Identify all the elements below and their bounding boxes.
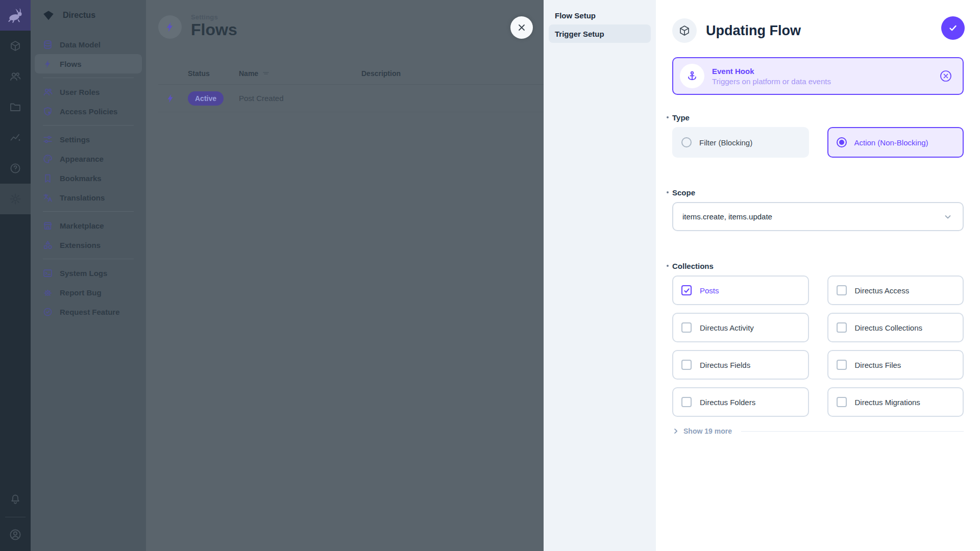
name-column-header[interactable]: Name: [239, 69, 361, 78]
show-more-button[interactable]: Show 19 more: [672, 427, 964, 435]
nav-item-bookmarks[interactable]: Bookmarks: [35, 168, 142, 188]
type-label-text: Type: [672, 113, 690, 122]
collections-label-text: Collections: [672, 262, 714, 270]
account-button[interactable]: [0, 519, 31, 550]
flow-name: Post Created: [239, 94, 284, 103]
status-column-header[interactable]: Status: [188, 69, 239, 78]
module-help-button[interactable]: [0, 153, 31, 184]
nav-item-label: Translations: [60, 193, 105, 202]
checkbox-directus-collections[interactable]: Directus Collections: [827, 313, 964, 342]
flows-table: Status Name Description Active Post Cre: [158, 62, 544, 112]
module-users-button[interactable]: [0, 61, 31, 92]
nav-item-label: System Logs: [60, 269, 107, 278]
module-content-button[interactable]: [0, 31, 31, 61]
checkbox-label: Directus Access: [855, 286, 910, 295]
drawer-header-icon-circle: [672, 18, 697, 43]
directus-rabbit-logo-icon: [7, 8, 24, 23]
app-screen: Directus Data Model Flows: [0, 0, 980, 551]
checkbox-directus-fields[interactable]: Directus Fields: [672, 350, 809, 380]
sort-icon[interactable]: [262, 70, 270, 77]
notifications-button[interactable]: [0, 484, 31, 515]
chevron-down-icon: [942, 211, 953, 222]
description-column-header[interactable]: Description: [361, 69, 544, 78]
scope-value: items.create, items.update: [682, 212, 772, 221]
nav-item-request-feature[interactable]: Request Feature: [35, 302, 142, 321]
checkbox-directus-files[interactable]: Directus Files: [827, 350, 964, 380]
checkbox-label: Directus Fields: [700, 361, 750, 369]
drawer-nav: Flow Setup Trigger Setup: [544, 0, 656, 551]
nav-item-appearance[interactable]: Appearance: [35, 149, 142, 168]
checkbox-directus-migrations[interactable]: Directus Migrations: [827, 387, 964, 417]
directus-logo-tile[interactable]: [0, 0, 31, 31]
type-label: Type: [672, 113, 964, 122]
nav-divider: [43, 211, 134, 212]
project-header[interactable]: Directus: [31, 0, 146, 31]
insights-chart-icon: [9, 132, 21, 144]
cube-icon: [678, 24, 691, 37]
checkbox-icon: [837, 397, 847, 407]
drawer-close-button[interactable]: [510, 16, 533, 39]
storefront-icon: [43, 221, 53, 231]
nav-item-system-logs[interactable]: System Logs: [35, 263, 142, 283]
project-logo-icon: [42, 9, 55, 22]
nav-item-label: Bookmarks: [60, 174, 102, 183]
radio-filter-blocking[interactable]: Filter (Blocking): [672, 127, 809, 158]
breadcrumb[interactable]: Settings: [191, 13, 237, 21]
anchor-icon: [686, 70, 698, 82]
checkbox-checked-icon: [681, 285, 692, 295]
flows-header-icon-circle[interactable]: [158, 15, 182, 39]
nav-item-settings[interactable]: Settings: [35, 130, 142, 149]
nav-item-data-model[interactable]: Data Model: [35, 35, 142, 54]
row-name-cell: Post Created: [239, 94, 361, 103]
checkbox-icon: [681, 322, 692, 333]
nav-divider: [43, 125, 134, 126]
checkbox-directus-access[interactable]: Directus Access: [827, 276, 964, 305]
nav-item-label: Data Model: [60, 40, 101, 49]
nav-item-user-roles[interactable]: User Roles: [35, 82, 142, 102]
banner-title: Event Hook: [712, 67, 932, 76]
nav-item-access-policies[interactable]: Access Policies: [35, 102, 142, 121]
nav-item-translations[interactable]: Translations: [35, 188, 142, 207]
nav-item-extensions[interactable]: Extensions: [35, 235, 142, 255]
nav-item-report-bug[interactable]: Report Bug: [35, 283, 142, 302]
database-icon: [43, 40, 53, 49]
checkbox-icon: [681, 360, 692, 370]
save-button[interactable]: [941, 16, 965, 40]
bookmark-icon: [43, 173, 53, 183]
module-files-button[interactable]: [0, 92, 31, 122]
checkbox-directus-activity[interactable]: Directus Activity: [672, 313, 809, 342]
scope-label-text: Scope: [672, 188, 695, 197]
checkbox-directus-folders[interactable]: Directus Folders: [672, 387, 809, 417]
type-section: Type Filter (Blocking) Action (Non-Block…: [672, 113, 964, 158]
edited-dot: [667, 191, 669, 193]
nav-item-label: Settings: [60, 135, 90, 144]
scope-select[interactable]: items.create, items.update: [672, 202, 964, 231]
table-row[interactable]: Active Post Created: [158, 85, 544, 112]
checkbox-label: Directus Migrations: [855, 398, 920, 407]
flows-page: Settings Flows Status Name Description: [146, 0, 544, 551]
radio-icon: [681, 137, 692, 147]
category-shapes-icon: [43, 240, 53, 250]
terminal-icon: [43, 268, 53, 278]
drawer-header: Updating Flow: [672, 0, 964, 57]
banner-texts: Event Hook Triggers on platform or data …: [712, 67, 932, 86]
radio-label: Filter (Blocking): [699, 138, 752, 147]
checkbox-label: Directus Collections: [855, 323, 923, 332]
nav-item-marketplace[interactable]: Marketplace: [35, 216, 142, 235]
scope-section: Scope items.create, items.update: [672, 188, 964, 231]
checkbox-posts[interactable]: Posts: [672, 276, 809, 305]
module-insights-button[interactable]: [0, 122, 31, 153]
collections-label: Collections: [672, 262, 964, 270]
module-settings-button[interactable]: [0, 184, 31, 214]
radio-action-non-blocking[interactable]: Action (Non-Blocking): [827, 127, 964, 158]
checkbox-icon: [837, 285, 847, 295]
remove-trigger-icon[interactable]: [939, 69, 952, 83]
user-roles-icon: [43, 87, 53, 97]
nav-item-flows[interactable]: Flows: [35, 54, 142, 73]
collections-section: Collections Posts Directus Access Direct…: [672, 262, 964, 435]
drawer-nav-trigger-setup[interactable]: Trigger Setup: [549, 24, 651, 43]
nav-item-label: Access Policies: [60, 107, 117, 116]
drawer-nav-flow-setup[interactable]: Flow Setup: [549, 6, 651, 24]
show-more-divider: [741, 431, 964, 432]
event-hook-banner[interactable]: Event Hook Triggers on platform or data …: [672, 57, 964, 95]
